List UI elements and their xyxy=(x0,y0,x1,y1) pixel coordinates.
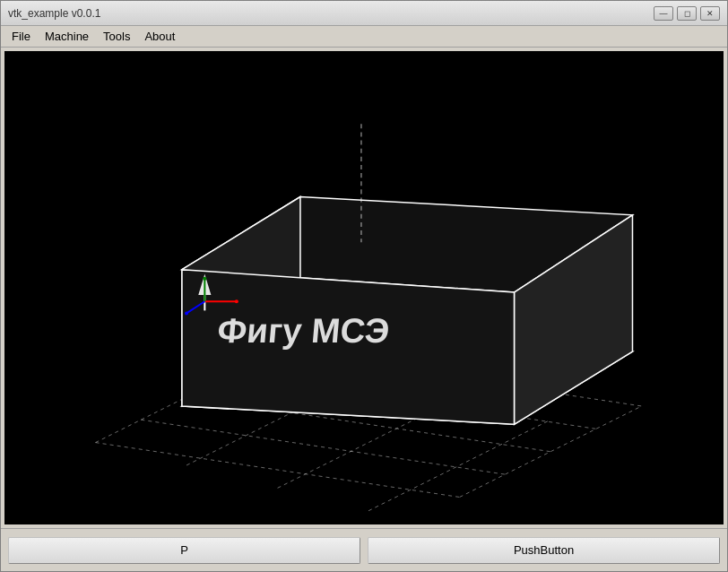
window-controls: — ◻ ✕ xyxy=(654,6,720,21)
minimize-button[interactable]: — xyxy=(654,6,673,21)
svg-point-23 xyxy=(235,299,238,303)
vtk-viewport[interactable]: Фигу МСЭ xyxy=(4,51,724,524)
p-button[interactable]: P xyxy=(8,537,360,564)
menu-tools[interactable]: Tools xyxy=(96,28,137,45)
menu-bar: File Machine Tools About xyxy=(1,26,727,48)
vtk-canvas: Фигу МСЭ xyxy=(4,51,724,524)
menu-about[interactable]: About xyxy=(137,28,182,45)
close-button[interactable]: ✕ xyxy=(700,6,720,21)
restore-button[interactable]: ◻ xyxy=(677,6,697,21)
title-bar-left: vtk_example v0.0.1 xyxy=(8,7,100,20)
svg-point-25 xyxy=(185,311,188,315)
pushbutton-button[interactable]: PushButton xyxy=(368,537,720,564)
svg-point-24 xyxy=(203,277,206,281)
svg-text:Фигу МСЭ: Фигу МСЭ xyxy=(216,311,392,350)
window-title: vtk_example v0.0.1 xyxy=(8,7,100,20)
bottom-bar: P PushButton xyxy=(1,528,727,571)
vtk-scene-svg: Фигу МСЭ xyxy=(4,51,724,524)
main-window: vtk_example v0.0.1 — ◻ ✕ File Machine To… xyxy=(0,0,728,572)
menu-machine[interactable]: Machine xyxy=(38,28,96,45)
title-bar: vtk_example v0.0.1 — ◻ ✕ xyxy=(1,1,727,26)
menu-file[interactable]: File xyxy=(4,28,38,45)
